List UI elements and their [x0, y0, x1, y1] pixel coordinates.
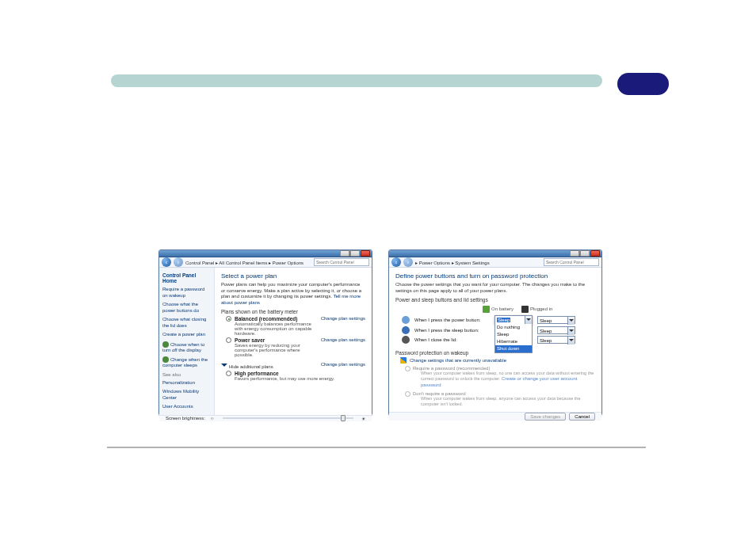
radio-dont-require-password — [405, 391, 410, 397]
plan-high-performance-name: High performance — [235, 371, 279, 376]
power-button-icon — [402, 316, 410, 324]
sidebar-link-computer-sleeps[interactable]: Change when the computer sleeps — [162, 356, 211, 369]
row-label: When I press the sleep button: — [414, 328, 490, 333]
plug-icon — [521, 306, 529, 313]
radio-require-password — [405, 366, 410, 371]
plan-power-saver[interactable]: Power saver Saves energy by reducing you… — [226, 337, 365, 357]
save-changes-button[interactable]: Save changes — [525, 413, 566, 421]
pw-option-require: Require a password (recommended) When yo… — [405, 366, 595, 389]
dropdown-option[interactable]: Sleep — [495, 331, 532, 338]
maximize-button[interactable] — [350, 250, 360, 257]
see-also-label: See also — [162, 372, 211, 377]
see-also-mobility-center[interactable]: Windows Mobility Center — [162, 389, 211, 401]
close-button[interactable] — [361, 250, 370, 257]
change-settings-power-saver[interactable]: Change plan settings — [321, 337, 365, 342]
dropdown-power-battery[interactable]: Sleep Do nothing Sleep Hibernate Shut do… — [494, 315, 533, 325]
column-headers: On battery Plugged in — [483, 306, 595, 313]
sidebar-link-power-buttons[interactable]: Choose what the power buttons do — [162, 302, 211, 314]
brightness-label: Screen brightness: — [166, 416, 205, 421]
window-power-options: ‹ › Control Panel ▸ All Control Panel It… — [158, 249, 372, 416]
radio-high-performance[interactable] — [226, 371, 231, 376]
radio-balanced[interactable] — [226, 316, 231, 322]
radio-power-saver[interactable] — [226, 337, 231, 343]
pw-option-detail: When your computer wakes from sleep, no … — [421, 371, 595, 389]
brightness-slider[interactable] — [223, 417, 353, 419]
see-also-personalization[interactable]: Personalization — [162, 380, 211, 386]
page-title: Define power buttons and turn on passwor… — [395, 272, 595, 280]
dropdown-option[interactable]: Shut down — [495, 345, 532, 352]
sleep-icon — [162, 356, 169, 363]
plan-balanced-name: Balanced (recommended) — [235, 316, 297, 322]
dropdown-option[interactable]: Do nothing — [495, 324, 532, 331]
search-input[interactable] — [544, 258, 599, 266]
dropdown-power-plugged[interactable]: Sleep — [537, 316, 575, 324]
breadcrumb[interactable]: ▸ Power Options ▸ System Settings — [415, 260, 541, 265]
sidebar: Control Panel Home Require a password on… — [159, 268, 215, 415]
sidebar-link-require-password[interactable]: Require a password on wakeup — [162, 287, 211, 299]
dropdown-sleep-plugged[interactable]: Sleep — [537, 326, 575, 334]
close-button[interactable] — [590, 250, 600, 257]
sidebar-link-create-plan[interactable]: Create a power plan — [162, 332, 211, 338]
maximize-button[interactable] — [580, 250, 590, 257]
brightness-footer: Screen brightness: ☼ ☀ — [159, 415, 372, 421]
explorer-toolbar: ‹ › Control Panel ▸ All Control Panel It… — [159, 257, 372, 268]
dialog-footer: Save changes Cancel — [389, 412, 601, 421]
window-system-settings: ‹ › ▸ Power Options ▸ System Settings De… — [388, 249, 602, 416]
plan-balanced-detail: Automatically balances performance with … — [235, 322, 318, 336]
slider-thumb[interactable] — [341, 415, 346, 421]
titlebar — [159, 250, 372, 257]
breadcrumb[interactable]: Control Panel ▸ All Control Panel Items … — [185, 260, 311, 265]
brightness-high-icon: ☀ — [361, 416, 365, 421]
sidebar-header: Control Panel Home — [162, 272, 211, 284]
row-label: When I close the lid: — [414, 337, 490, 342]
change-settings-balanced[interactable]: Change plan settings — [321, 316, 365, 321]
plan-power-saver-detail: Saves energy by reducing your computer's… — [235, 343, 318, 357]
dropdown-option[interactable]: Hibernate — [495, 338, 532, 345]
shield-icon — [400, 357, 407, 364]
sidebar-link-turn-off-display[interactable]: Choose when to turn off the display — [162, 341, 211, 354]
plan-high-performance-detail: Favors performance, but may use more ene… — [235, 376, 365, 381]
minimize-button[interactable] — [570, 250, 579, 257]
plan-balanced[interactable]: Balanced (recommended) Automatically bal… — [226, 316, 365, 336]
see-also-user-accounts[interactable]: User Accounts — [162, 404, 211, 410]
plan-high-performance[interactable]: High performance Favors performance, but… — [226, 371, 365, 381]
screenshot-pair: ‹ › Control Panel ▸ All Control Panel It… — [158, 249, 602, 416]
section-power-buttons: Power and sleep buttons and lid settings — [395, 297, 595, 303]
page-footer-rule — [107, 447, 646, 448]
sidebar-link-closing-lid[interactable]: Choose what closing the lid does — [162, 317, 211, 329]
explorer-toolbar: ‹ › ▸ Power Options ▸ System Settings — [389, 257, 601, 268]
nav-back-button[interactable]: ‹ — [391, 257, 401, 267]
chevron-down-icon — [221, 364, 227, 370]
search-input[interactable] — [314, 258, 369, 266]
page-title: Select a power plan — [221, 272, 365, 280]
change-settings-high-performance[interactable]: Change plan settings — [321, 362, 365, 369]
brightness-low-icon: ☼ — [210, 416, 215, 421]
dropdown-lid-plugged[interactable]: Sleep — [537, 336, 575, 344]
sleep-button-icon — [402, 326, 410, 334]
nav-forward-button[interactable]: › — [403, 257, 413, 267]
hide-additional-plans-toggle[interactable]: Hide additional plans — [221, 362, 273, 369]
main-content: Define power buttons and turn on passwor… — [389, 268, 601, 412]
minimize-button[interactable] — [340, 250, 349, 257]
battery-icon — [483, 306, 490, 313]
plan-power-saver-name: Power saver — [235, 337, 265, 343]
nav-back-button[interactable]: ‹ — [162, 257, 171, 267]
main-content: Select a power plan Power plans can help… — [215, 268, 372, 415]
nav-forward-button[interactable]: › — [174, 257, 183, 267]
page-description: Choose the power settings that you want … — [395, 282, 595, 294]
page-description: Power plans can help you maximize your c… — [221, 282, 365, 306]
titlebar — [389, 250, 601, 257]
cancel-button[interactable]: Cancel — [569, 413, 595, 421]
plans-section-label: Plans shown on the battery meter — [221, 309, 365, 314]
lid-icon — [402, 336, 410, 344]
change-unavailable-settings-link[interactable]: Change settings that are currently unava… — [410, 358, 506, 363]
pw-option-detail: When your computer wakes from sleep, any… — [421, 396, 595, 407]
row-power-button: When I press the power button: Sleep Do … — [402, 315, 595, 325]
pw-option-dont-require: Don't require a password When your compu… — [405, 391, 595, 407]
header-pill — [111, 74, 602, 87]
display-icon — [162, 341, 169, 348]
row-label: When I press the power button: — [414, 318, 490, 322]
header-page-marker — [617, 73, 669, 95]
